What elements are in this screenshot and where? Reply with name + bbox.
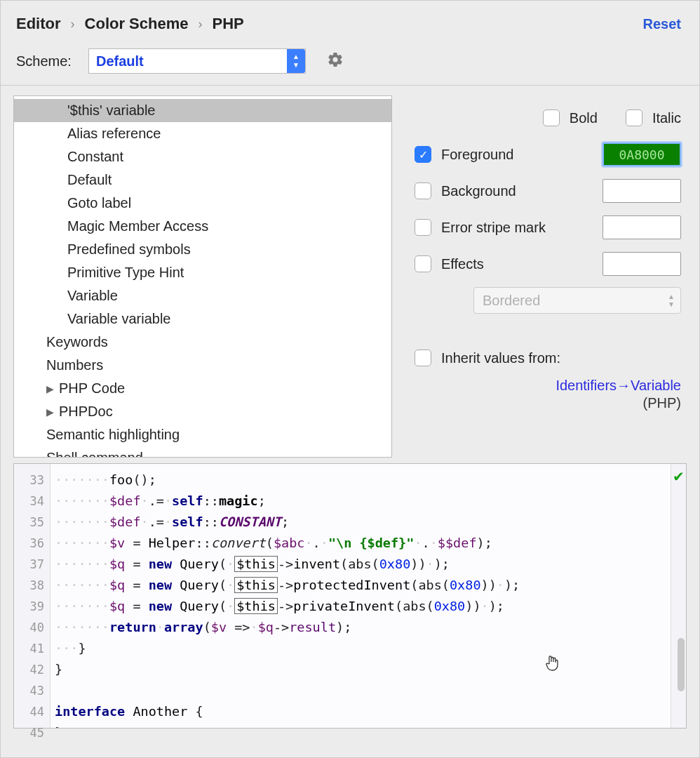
tree-item-constant[interactable]: Constant (14, 145, 391, 168)
effects-label: Effects (441, 256, 484, 272)
line-number: 41 (14, 638, 50, 659)
line-number: 35 (14, 512, 50, 533)
tree-item-semantic-highlighting[interactable]: Semantic highlighting (14, 423, 391, 446)
effects-type-select[interactable]: Bordered ▲▼ (473, 287, 681, 314)
inherit-link-part1: Identifiers (556, 378, 617, 393)
tree-item-shell-command[interactable]: Shell command (14, 446, 391, 458)
tree-item-label: PHPDoc (59, 404, 113, 420)
foreground-color-swatch[interactable]: 0A8000 (603, 142, 681, 166)
scheme-select[interactable]: Default ▲▼ (88, 48, 306, 74)
select-arrows-icon: ▲▼ (668, 293, 675, 308)
breadcrumb: Editor › Color Scheme › PHP (16, 15, 244, 33)
inherit-link-part2: Variable (631, 378, 681, 393)
inherit-label: Inherit values from: (441, 350, 560, 366)
tree-item-variable[interactable]: Variable (14, 284, 391, 307)
effects-type-value: Bordered (483, 293, 540, 309)
options-panel: Bold Italic ✓ Foreground 0A8000 Backgrou… (409, 95, 687, 458)
tree-item-predefined-symbols[interactable]: Predefined symbols (14, 238, 391, 261)
line-number: 45 (14, 722, 50, 743)
tree-item-this-variable[interactable]: '$this' variable (14, 99, 391, 122)
error-stripe-checkbox[interactable] (415, 219, 431, 236)
attributes-tree[interactable]: '$this' variable Alias reference Constan… (13, 95, 392, 458)
code-preview[interactable]: 33 34 35 36 37 38 39 40 41 42 43 44 45 ·… (13, 463, 687, 729)
gear-icon[interactable] (327, 51, 344, 72)
line-number: 43 (14, 680, 50, 701)
tree-item-php-code[interactable]: ▶PHP Code (14, 377, 391, 400)
line-number: 40 (14, 617, 50, 638)
background-label: Background (441, 183, 516, 199)
code-area[interactable]: ·······foo(); ·······$def·.=·self::magic… (51, 464, 671, 728)
tree-item-keywords[interactable]: Keywords (14, 331, 391, 354)
scheme-value: Default (96, 53, 144, 69)
tree-item-alias-reference[interactable]: Alias reference (14, 122, 391, 145)
inherit-sub: (PHP) (415, 395, 681, 411)
background-color-swatch[interactable] (603, 179, 681, 203)
background-checkbox[interactable] (415, 182, 431, 199)
error-stripe-label: Error stripe mark (441, 220, 546, 236)
crumb-php[interactable]: PHP (213, 15, 244, 33)
right-gutter: ✔ (671, 464, 686, 728)
effects-checkbox[interactable] (415, 255, 431, 272)
pointer-cursor-icon (544, 655, 560, 675)
tree-item-default[interactable]: Default (14, 168, 391, 192)
tree-item-numbers[interactable]: Numbers (14, 354, 391, 377)
reset-button[interactable]: Reset (643, 16, 684, 32)
select-arrows-icon: ▲▼ (287, 49, 305, 73)
foreground-label: Foreground (441, 147, 513, 163)
scrollbar-thumb[interactable] (678, 638, 685, 691)
triangle-right-icon: ▶ (46, 383, 59, 394)
crumb-editor[interactable]: Editor (16, 15, 61, 33)
check-icon: ✔ (673, 468, 685, 485)
chevron-right-icon: › (71, 17, 75, 32)
bold-checkbox[interactable] (543, 109, 560, 126)
line-number: 33 (14, 470, 50, 491)
line-number: 37 (14, 554, 50, 575)
inherit-checkbox[interactable] (415, 350, 431, 366)
error-stripe-color-swatch[interactable] (603, 215, 681, 239)
arrow-right-icon: → (617, 378, 631, 393)
line-number: 34 (14, 491, 50, 512)
triangle-right-icon: ▶ (46, 406, 59, 418)
effects-color-swatch[interactable] (603, 252, 681, 276)
crumb-color-scheme[interactable]: Color Scheme (85, 15, 189, 33)
italic-option[interactable]: Italic (626, 109, 681, 126)
tree-item-phpdoc[interactable]: ▶PHPDoc (14, 400, 391, 423)
scheme-label: Scheme: (16, 53, 72, 69)
bold-label: Bold (570, 110, 598, 126)
inherit-link[interactable]: Identifiers→Variable (415, 378, 681, 394)
italic-checkbox[interactable] (626, 109, 642, 126)
tree-item-goto-label[interactable]: Goto label (14, 192, 391, 215)
foreground-checkbox[interactable]: ✓ (415, 146, 431, 163)
chevron-right-icon: › (198, 17, 203, 32)
line-gutter: 33 34 35 36 37 38 39 40 41 42 43 44 45 (14, 464, 51, 728)
line-number: 42 (14, 659, 50, 680)
line-number: 39 (14, 596, 50, 617)
tree-item-magic-member-access[interactable]: Magic Member Access (14, 215, 391, 238)
line-number: 36 (14, 533, 50, 554)
line-number: 38 (14, 575, 50, 596)
italic-label: Italic (652, 110, 681, 126)
bold-option[interactable]: Bold (543, 109, 598, 126)
tree-item-label: PHP Code (59, 380, 125, 397)
line-number: 44 (14, 701, 50, 722)
tree-item-primitive-type-hint[interactable]: Primitive Type Hint (14, 261, 391, 284)
tree-item-variable-variable[interactable]: Variable variable (14, 307, 391, 331)
